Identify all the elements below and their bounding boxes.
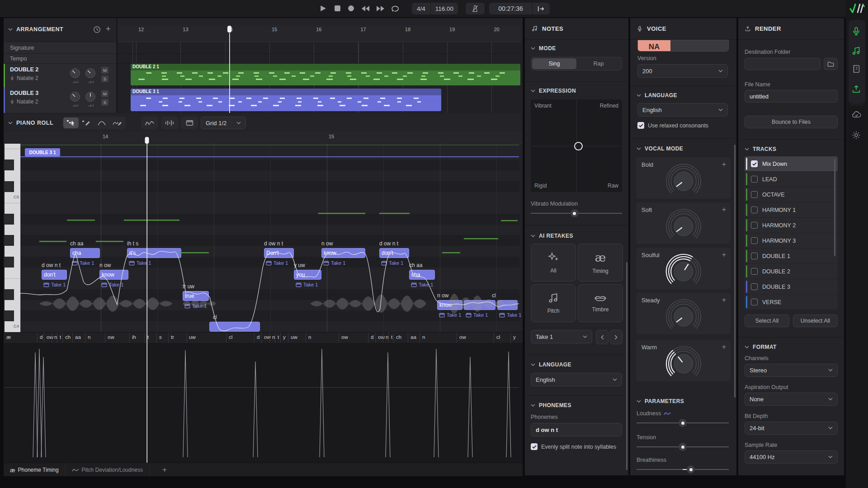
vocal-mode-knob[interactable]	[664, 344, 703, 383]
render-track-harmony-2[interactable]: HARMONY 2	[745, 218, 838, 233]
midi-note[interactable]: Don't	[264, 248, 294, 258]
phoneme-label[interactable]: uw	[291, 334, 297, 340]
phoneme-label[interactable]: aa	[410, 334, 416, 340]
relaxed-consonants-checkbox-row[interactable]: Use relaxed consonants	[637, 122, 708, 129]
arrangement-ruler[interactable]: 121314151617181920	[118, 25, 521, 42]
slider[interactable]	[637, 419, 729, 427]
arrangement-timeline[interactable]: 121314151617181920 DOUBLE 2 1 DOUBLE 3 1	[118, 25, 521, 113]
phoneme-timing-strip[interactable]: ædowntchaanowihtstruwcldowntyuwnowdowntc…	[4, 332, 523, 344]
black-key[interactable]	[5, 235, 14, 246]
retake-pitch-button[interactable]: Pitch	[531, 284, 576, 322]
tempo-value[interactable]: 116.00	[431, 3, 458, 14]
tempo-lane[interactable]: Tempo	[4, 54, 116, 64]
phoneme-label[interactable]: ch	[396, 334, 401, 340]
previous-take-button[interactable]	[596, 330, 609, 344]
expression-section-header[interactable]: EXPRESSION	[531, 88, 576, 94]
phoneme-label[interactable]: n	[422, 334, 425, 340]
take-badge[interactable]: Take 1	[411, 282, 433, 287]
render-track-double-3[interactable]: DOUBLE 3	[745, 279, 838, 295]
phoneme-label[interactable]: d	[40, 334, 42, 340]
track-checkbox[interactable]	[751, 237, 758, 244]
note-language-select[interactable]: English	[531, 373, 622, 386]
file-name-input[interactable]	[745, 90, 838, 103]
slider[interactable]	[531, 209, 622, 217]
mode-option-rap[interactable]: Rap	[576, 58, 621, 69]
piano-roll-ruler[interactable]	[4, 132, 523, 144]
play-button[interactable]	[319, 5, 327, 12]
loop-button[interactable]	[391, 5, 401, 13]
midi-note[interactable]: know	[321, 248, 365, 258]
phoneme-label[interactable]: ih	[132, 334, 136, 340]
take-badge[interactable]: Take 1	[466, 312, 488, 318]
take-select[interactable]: Take 1	[531, 330, 592, 343]
take-badge[interactable]: Take 1	[101, 282, 123, 287]
format-select-sample-rate[interactable]: 44100 Hz	[745, 450, 838, 464]
track-volume-knob[interactable]	[70, 91, 80, 102]
solo-button[interactable]: S	[101, 75, 108, 82]
slider-handle[interactable]	[679, 443, 687, 451]
phoneme-label[interactable]: cl	[496, 334, 500, 340]
render-track-mix-down[interactable]: Mix Down	[745, 156, 838, 172]
tab-pitch-deviation-loudness[interactable]: Pitch Deviation/Loudness	[66, 463, 150, 476]
voice-language-select[interactable]: English	[637, 103, 728, 117]
take-badge[interactable]: Take 1	[43, 282, 66, 287]
piano-keys[interactable]: C5C4	[5, 144, 20, 332]
black-key[interactable]	[5, 214, 14, 225]
midi-note[interactable]: you	[294, 270, 321, 280]
checkbox[interactable]	[637, 122, 644, 129]
mode-section-header[interactable]: MODE	[531, 45, 556, 52]
phoneme-label[interactable]: n	[308, 334, 311, 340]
rail-music-notes-icon[interactable]	[851, 46, 863, 57]
ai-retakes-section-header[interactable]: AI RETAKES	[531, 233, 573, 239]
midi-note[interactable]	[209, 322, 260, 332]
vibrato-tool[interactable]	[141, 117, 158, 129]
mode-option-sing[interactable]: Sing	[532, 58, 576, 69]
tempo-track-icon[interactable]	[93, 26, 101, 33]
render-track-double-1[interactable]: DOUBLE 1	[745, 249, 838, 264]
expression-handle[interactable]	[574, 142, 583, 150]
midi-note[interactable]: cha	[70, 248, 100, 258]
takes-tool[interactable]	[181, 117, 198, 129]
render-track-verse[interactable]: VERSE	[745, 295, 838, 310]
rail-settings-icon[interactable]	[851, 130, 863, 141]
solo-button[interactable]: S	[101, 99, 108, 106]
track-checkbox[interactable]	[751, 222, 758, 229]
phoneme-label[interactable]: ow	[108, 334, 114, 340]
midi-note[interactable]: it's	[127, 248, 181, 258]
clip-double-3[interactable]: DOUBLE 3 1	[131, 89, 441, 111]
render-track-octave[interactable]: OCTAVE	[745, 187, 838, 202]
midi-note[interactable]: know	[99, 270, 128, 280]
language-section-header[interactable]: LANGUAGE	[531, 361, 571, 368]
next-take-button[interactable]	[610, 330, 623, 344]
take-badge[interactable]: Take 1	[184, 303, 207, 309]
midi-note[interactable]	[464, 300, 495, 310]
phoneme-label[interactable]: ow	[341, 334, 348, 340]
bounce-to-files-button[interactable]: Bounce to Files	[745, 116, 838, 128]
fast-forward-button[interactable]	[376, 5, 386, 12]
add-automation-button[interactable]: +	[722, 296, 726, 304]
track-pan-knob[interactable]	[85, 91, 96, 102]
format-select-channels[interactable]: Stereo	[745, 364, 838, 377]
midi-note[interactable]: cha	[409, 270, 435, 280]
phoneme-label[interactable]: ch	[65, 334, 71, 340]
pitch-pen-tool[interactable]	[109, 117, 125, 128]
phoneme-label[interactable]: t	[60, 334, 61, 340]
checkbox[interactable]	[531, 443, 538, 450]
signature-lane[interactable]: Signature	[4, 42, 116, 54]
slider-handle[interactable]	[679, 419, 687, 427]
parameter-lane[interactable]	[4, 343, 523, 463]
phoneme-label[interactable]: aa	[75, 334, 81, 340]
render-track-harmony-1[interactable]: HARMONY 1	[745, 202, 838, 218]
track-checkbox[interactable]	[751, 253, 758, 259]
rail-microphone-icon[interactable]	[851, 26, 863, 38]
select-all-button[interactable]: Select All	[745, 314, 789, 327]
arrangement-track-header[interactable]: DOUBLE 2Natalie 2MS	[4, 64, 116, 88]
tracks-section-header[interactable]: TRACKS	[745, 146, 776, 152]
black-key[interactable]	[5, 181, 14, 192]
add-automation-button[interactable]: +	[722, 206, 726, 214]
black-key[interactable]	[5, 257, 14, 267]
phoneme-label[interactable]: y	[283, 334, 286, 340]
track-volume-knob[interactable]	[70, 68, 80, 79]
rewind-button[interactable]	[360, 5, 370, 12]
add-automation-button[interactable]: +	[722, 160, 726, 169]
